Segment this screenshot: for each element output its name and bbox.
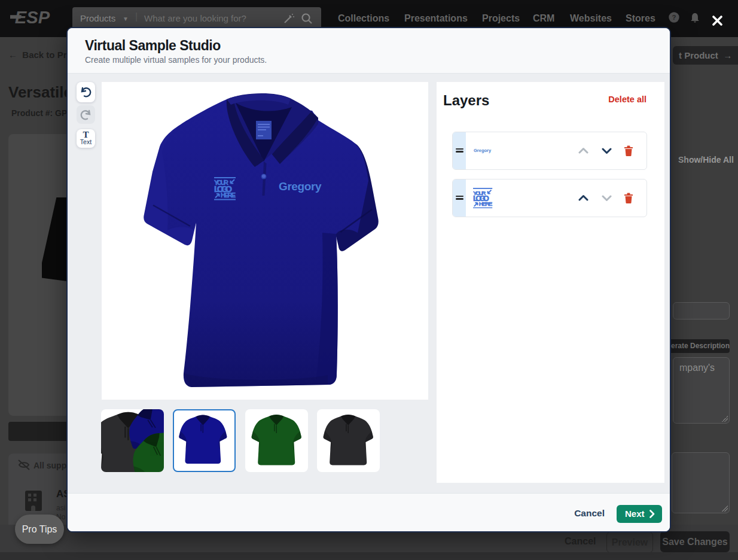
svg-text:?: ?: [672, 14, 676, 21]
svg-text:Gregory: Gregory: [279, 180, 322, 193]
